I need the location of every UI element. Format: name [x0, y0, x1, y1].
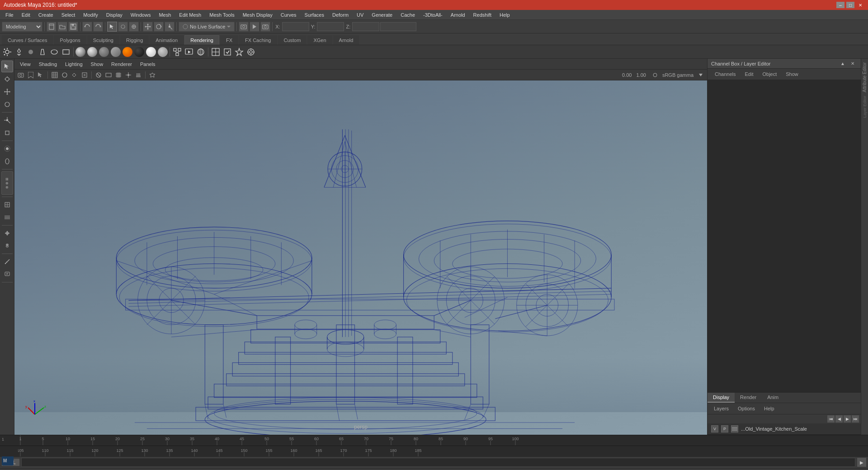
hypershade-button[interactable] — [172, 47, 183, 57]
menu-curves[interactable]: Curves — [277, 11, 300, 19]
x-coord-input[interactable] — [282, 22, 309, 31]
close-button[interactable]: ✕ — [856, 2, 864, 8]
tab-fx[interactable]: FX — [220, 35, 238, 45]
render-settings-button[interactable] — [239, 22, 249, 32]
bake-texture-button[interactable] — [222, 47, 233, 57]
vp-menu-panels[interactable]: Panels — [137, 61, 159, 68]
undo-button[interactable] — [82, 22, 92, 32]
tab-arnold[interactable]: Arnold — [333, 35, 359, 45]
ambient-light-button[interactable] — [2, 47, 13, 57]
menu-modify[interactable]: Modify — [80, 11, 101, 19]
vp-menu-lighting[interactable]: Lighting — [61, 61, 86, 68]
vp-camera-button[interactable] — [16, 70, 25, 80]
channels-tab[interactable]: Channels — [711, 70, 739, 78]
vp-menu-renderer[interactable]: Renderer — [108, 61, 136, 68]
pencil-tool-button[interactable] — [111, 47, 121, 57]
vp-gamma-dropdown[interactable] — [696, 70, 705, 80]
panel-close-button[interactable]: ✕ — [848, 59, 857, 68]
fx-button[interactable] — [234, 47, 245, 57]
vp-menu-show[interactable]: Show — [87, 61, 107, 68]
render-global-button[interactable] — [195, 47, 206, 57]
mel-input[interactable] — [21, 458, 855, 467]
uv-editor-button[interactable] — [210, 47, 221, 57]
scale-tool-button[interactable] — [165, 22, 175, 32]
paint-select-button[interactable] — [129, 22, 139, 32]
tab-rigging[interactable]: Rigging — [120, 35, 149, 45]
attr-editor-label[interactable]: Attribute Editor — [862, 61, 867, 94]
layer-playback-button[interactable]: P — [721, 425, 728, 432]
directional-light-button[interactable] — [14, 47, 24, 57]
layer-visibility-button[interactable]: V — [711, 425, 718, 432]
paint-tool[interactable] — [1, 73, 13, 85]
arrow-fwd-button[interactable]: ⏭ — [852, 415, 859, 423]
white-material-button[interactable] — [146, 47, 156, 57]
area-light-button[interactable] — [61, 47, 71, 57]
paint-weights-button[interactable] — [1, 240, 13, 252]
save-file-button[interactable] — [68, 22, 78, 32]
grid-tool-button[interactable] — [1, 212, 13, 223]
orange-material-button[interactable] — [123, 47, 132, 57]
vp-menu-view[interactable]: View — [16, 61, 34, 68]
vp-grid-button[interactable] — [114, 70, 123, 80]
spot-light-button[interactable] — [37, 47, 48, 57]
y-coord-input[interactable] — [317, 22, 344, 31]
select-tool-button[interactable] — [107, 22, 117, 32]
soft-select-button[interactable] — [1, 155, 13, 167]
open-file-button[interactable] — [57, 22, 67, 32]
panel-expand-button[interactable]: ▲ — [838, 59, 847, 68]
scale-tool[interactable] — [1, 114, 13, 126]
tab-animation[interactable]: Animation — [150, 35, 184, 45]
viewport-canvas[interactable]: .wire { stroke: #1a2a8a; stroke-width: 0… — [14, 80, 707, 435]
arrow-play-button[interactable]: ▶ — [844, 415, 851, 423]
tab-rendering[interactable]: Rendering — [184, 35, 219, 45]
vp-bookmark-button[interactable] — [26, 70, 35, 80]
menu-surfaces[interactable]: Surfaces — [301, 11, 328, 19]
no-live-surface-button[interactable]: No Live Surface — [179, 22, 235, 32]
vp-resolution-button[interactable] — [104, 70, 113, 80]
vp-normals-button[interactable] — [134, 70, 143, 80]
target-icon[interactable] — [245, 47, 256, 57]
menu-arnold[interactable]: Arnold — [447, 11, 469, 19]
coord-field[interactable] — [380, 22, 416, 31]
menu-mesh[interactable]: Mesh — [155, 11, 175, 19]
render-view-button[interactable] — [184, 47, 194, 57]
menu-edit[interactable]: Edit — [18, 11, 34, 19]
volume-light-button[interactable] — [49, 47, 60, 57]
new-file-button[interactable] — [47, 22, 57, 32]
z-coord-input[interactable] — [352, 22, 379, 31]
vp-toggle-button[interactable] — [70, 70, 79, 80]
tab-xgen[interactable]: XGen — [307, 35, 332, 45]
menu-generate[interactable]: Generate — [368, 11, 396, 19]
measure-tool[interactable] — [1, 256, 13, 268]
menu-select[interactable]: Select — [58, 11, 79, 19]
vp-wireframe-button[interactable] — [50, 70, 59, 80]
arrow-prev-button[interactable]: ◀ — [835, 415, 843, 423]
menu-deform[interactable]: Deform — [329, 11, 352, 19]
edit-tab[interactable]: Edit — [741, 70, 757, 78]
render-tab[interactable]: Render — [735, 393, 762, 403]
annotation-tool[interactable] — [1, 268, 13, 280]
timeline-ruler-2[interactable]: 105 110 115 120 125 130 135 140 145 150 … — [0, 446, 868, 456]
workspace-dropdown[interactable]: Modeling Rigging Animation Rendering — [2, 22, 42, 32]
menu-create[interactable]: Create — [35, 11, 57, 19]
rotate-tool-button[interactable] — [154, 22, 164, 32]
rotate-tool[interactable] — [1, 99, 13, 110]
snapshot-button[interactable] — [260, 22, 270, 32]
menu-uv[interactable]: UV — [353, 11, 367, 19]
show-manipulator-button[interactable] — [1, 143, 13, 155]
anim-tab[interactable]: Anim — [762, 393, 784, 403]
flat-material-button[interactable] — [99, 47, 109, 57]
vp-menu-shading[interactable]: Shading — [35, 61, 61, 68]
vp-faces-button[interactable] — [80, 70, 89, 80]
move-tool-button[interactable] — [143, 22, 153, 32]
vp-shading-lights-button[interactable] — [148, 70, 157, 80]
menu-file[interactable]: File — [2, 11, 17, 19]
vp-gamma-mode[interactable] — [651, 70, 660, 80]
vp-isolate-button[interactable] — [94, 70, 103, 80]
lasso-select-button[interactable] — [118, 22, 128, 32]
redo-button[interactable] — [93, 22, 103, 32]
mel-run-button[interactable]: ▶ — [857, 458, 866, 467]
menu-edit-mesh[interactable]: Edit Mesh — [175, 11, 205, 19]
menu-help[interactable]: Help — [496, 11, 514, 19]
show-tab[interactable]: Show — [782, 70, 802, 78]
